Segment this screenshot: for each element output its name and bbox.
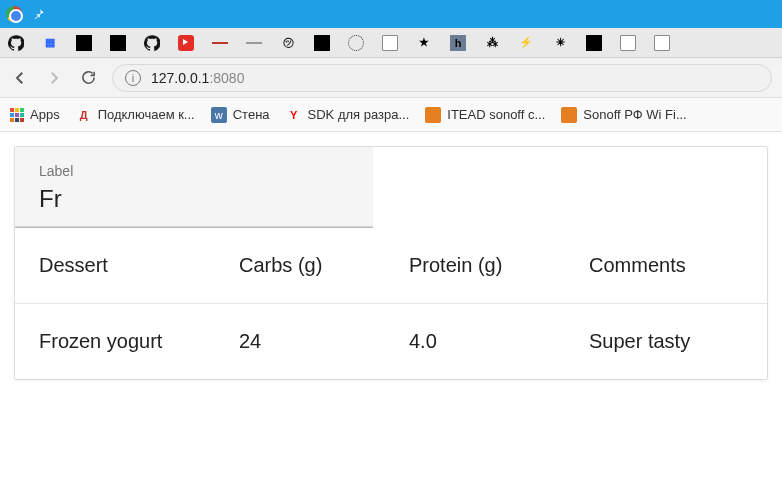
bookmark-label: Подключаем к...: [98, 107, 195, 122]
tab-page1-icon[interactable]: [382, 35, 398, 51]
cell-carbs: 24: [239, 330, 409, 353]
bookmark-item-1[interactable]: Д Подключаем к...: [76, 107, 195, 123]
tab-medium3-icon[interactable]: M: [314, 35, 330, 51]
bookmark-item-2[interactable]: w Стена: [211, 107, 270, 123]
table-header-row: Dessert Carbs (g) Protein (g) Comments: [15, 228, 767, 304]
yandex-icon: Y: [286, 107, 302, 123]
browser-toolbar: i 127.0.0.1:8080: [0, 58, 782, 98]
bookmark-apps[interactable]: Apps: [10, 107, 60, 122]
col-header-dessert[interactable]: Dessert: [39, 254, 239, 277]
tab-page2-icon[interactable]: [620, 35, 636, 51]
col-header-comments[interactable]: Comments: [589, 254, 743, 277]
reload-button[interactable]: [78, 68, 98, 88]
tab-medium2-icon[interactable]: M: [110, 35, 126, 51]
pin-icon: [32, 7, 46, 21]
cell-protein: 4.0: [409, 330, 589, 353]
bookmarks-bar: Apps Д Подключаем к... w Стена Y SDK для…: [0, 98, 782, 132]
address-port: :8080: [209, 70, 244, 86]
tab-grid-icon[interactable]: ▦: [42, 35, 58, 51]
col-header-carbs[interactable]: Carbs (g): [239, 254, 409, 277]
tab-page3-icon[interactable]: [654, 35, 670, 51]
apps-icon: [10, 108, 24, 122]
filter-field[interactable]: Label Fr: [15, 147, 373, 228]
tab-medium4-icon[interactable]: M: [586, 35, 602, 51]
bookmark-label: Apps: [30, 107, 60, 122]
tab-circle-icon[interactable]: [348, 35, 364, 51]
tab-redline-icon[interactable]: [212, 35, 228, 51]
bookmark-label: Стена: [233, 107, 270, 122]
address-bar[interactable]: i 127.0.0.1:8080: [112, 64, 772, 92]
window-titlebar: [0, 0, 782, 28]
tab-star-icon[interactable]: ★: [416, 35, 432, 51]
tab-greyline-icon[interactable]: [246, 35, 262, 51]
bookmark-item-5[interactable]: Sonoff РФ Wi Fi...: [561, 107, 686, 123]
bookmark-label: SDK для разра...: [308, 107, 410, 122]
bookmark-label: ITEAD sonoff с...: [447, 107, 545, 122]
bookmark-item-4[interactable]: ITEAD sonoff с...: [425, 107, 545, 123]
vk-icon: w: [211, 107, 227, 123]
tab-h-icon[interactable]: h: [450, 35, 466, 51]
tab-bug-icon[interactable]: ⁂: [484, 35, 500, 51]
page-content: Label Fr Dessert Carbs (g) Protein (g) C…: [0, 132, 782, 394]
bookmark-item-3[interactable]: Y SDK для разра...: [286, 107, 410, 123]
tab-youtube-icon[interactable]: [178, 35, 194, 51]
address-host: 127.0.0.1: [151, 70, 209, 86]
info-icon[interactable]: i: [125, 70, 141, 86]
data-table: Dessert Carbs (g) Protein (g) Comments F…: [15, 228, 767, 379]
tab-snow-icon[interactable]: ✳: [552, 35, 568, 51]
tab-github2-icon[interactable]: [144, 35, 160, 51]
back-button[interactable]: [10, 68, 30, 88]
tab-medium1-icon[interactable]: M: [76, 35, 92, 51]
tab-github-icon[interactable]: [8, 35, 24, 51]
bookmark-label: Sonoff РФ Wi Fi...: [583, 107, 686, 122]
table-row[interactable]: Frozen yogurt 24 4.0 Super tasty: [15, 304, 767, 379]
tab-bolt-icon[interactable]: ⚡: [518, 35, 534, 51]
d-icon: Д: [76, 107, 92, 123]
cell-comments: Super tasty: [589, 330, 743, 353]
data-table-card: Label Fr Dessert Carbs (g) Protein (g) C…: [14, 146, 768, 380]
tab-strip: ▦ M M ㋡ M ★ h ⁂ ⚡ ✳ M: [0, 28, 782, 58]
tab-cat-icon[interactable]: ㋡: [280, 35, 296, 51]
filter-value: Fr: [39, 185, 349, 213]
cell-dessert: Frozen yogurt: [39, 330, 239, 353]
itead-icon: [425, 107, 441, 123]
filter-label: Label: [39, 163, 349, 179]
col-header-protein[interactable]: Protein (g): [409, 254, 589, 277]
forward-button: [44, 68, 64, 88]
itead-icon: [561, 107, 577, 123]
chrome-icon: [6, 6, 22, 22]
